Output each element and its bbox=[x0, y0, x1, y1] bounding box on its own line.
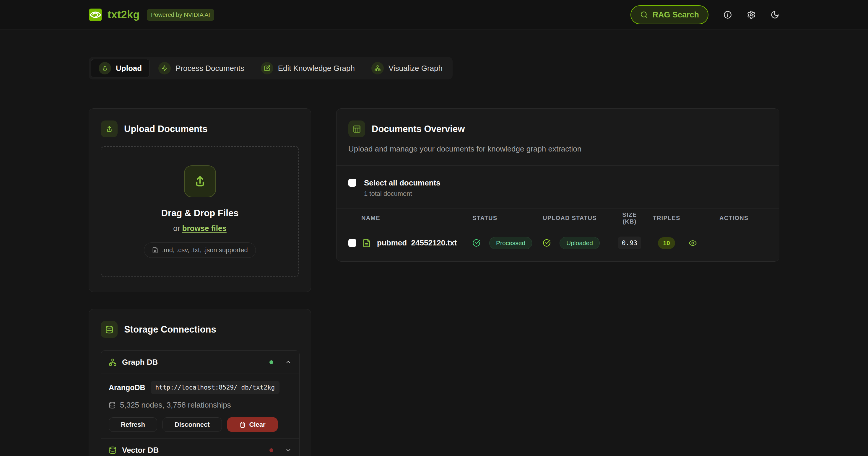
storage-card-title: Storage Connections bbox=[124, 324, 216, 335]
edit-pen-icon bbox=[261, 62, 273, 74]
table-row: pubmed_24552120.txt Processed Uploaded 0… bbox=[337, 228, 779, 258]
column-size-kb: SIZE (KB) bbox=[615, 211, 644, 225]
tab-edit-knowledge-graph-label: Edit Knowledge Graph bbox=[278, 64, 355, 73]
total-documents-count: 1 total document bbox=[364, 190, 440, 198]
status-badge: Processed bbox=[489, 237, 532, 249]
tab-visualize-graph[interactable]: Visualize Graph bbox=[363, 59, 451, 77]
select-all-label: Select all documents bbox=[364, 179, 440, 188]
row-checkbox[interactable] bbox=[348, 239, 356, 247]
search-icon bbox=[640, 11, 648, 19]
column-upload-status: UPLOAD STATUS bbox=[543, 215, 615, 222]
column-actions: ACTIONS bbox=[689, 215, 767, 222]
dropzone-title: Drag & Drop Files bbox=[161, 208, 239, 219]
triples-count-badge: 10 bbox=[658, 237, 675, 249]
disconnect-label: Disconnect bbox=[175, 421, 210, 428]
documents-card-subtitle: Upload and manage your documents for kno… bbox=[348, 144, 767, 165]
column-name: NAME bbox=[348, 215, 472, 222]
graph-db-section-toggle[interactable]: Graph DB bbox=[101, 351, 299, 373]
disconnected-status-dot bbox=[270, 448, 273, 452]
disconnect-button[interactable]: Disconnect bbox=[162, 417, 222, 432]
select-all-checkbox[interactable] bbox=[348, 179, 356, 187]
zap-icon bbox=[158, 62, 171, 74]
graph-network-icon bbox=[109, 358, 117, 366]
database-icon bbox=[109, 446, 117, 454]
rag-search-button[interactable]: RAG Search bbox=[630, 5, 709, 24]
upload-card-title: Upload Documents bbox=[124, 124, 208, 134]
refresh-button[interactable]: Refresh bbox=[109, 417, 157, 432]
tab-upload[interactable]: Upload bbox=[91, 59, 150, 77]
clear-label: Clear bbox=[249, 421, 266, 428]
size-kb-value: 0.93 bbox=[618, 236, 642, 249]
circle-check-icon bbox=[472, 239, 480, 247]
main-tabs: Upload Process Documents Edit Knowledge … bbox=[89, 57, 453, 79]
vector-db-section-toggle[interactable]: Vector DB bbox=[101, 438, 299, 456]
graph-db-stats: 5,325 nodes, 3,758 relationships bbox=[120, 400, 231, 410]
table-icon bbox=[348, 121, 365, 137]
info-icon[interactable] bbox=[723, 10, 732, 19]
document-name: pubmed_24552120.txt bbox=[377, 238, 457, 248]
rag-search-label: RAG Search bbox=[652, 10, 699, 20]
top-bar: txt2kg Powered by NVIDIA AI RAG Search bbox=[0, 0, 868, 30]
supported-formats-pill: .md, .csv, .txt, .json supported bbox=[144, 242, 256, 258]
refresh-label: Refresh bbox=[121, 421, 145, 428]
app-root: txt2kg Powered by NVIDIA AI RAG Search bbox=[0, 0, 868, 456]
vector-db-label: Vector DB bbox=[122, 446, 270, 455]
graph-db-label: Graph DB bbox=[122, 358, 270, 367]
tab-edit-knowledge-graph[interactable]: Edit Knowledge Graph bbox=[253, 59, 363, 77]
clear-button[interactable]: Clear bbox=[227, 417, 278, 432]
nvidia-logo-icon bbox=[89, 8, 102, 22]
column-triples: TRIPLES bbox=[644, 215, 689, 222]
tab-upload-label: Upload bbox=[116, 64, 142, 73]
logo-group: txt2kg Powered by NVIDIA AI bbox=[89, 8, 214, 22]
select-all-row: Select all documents 1 total document bbox=[337, 166, 779, 208]
file-text-icon bbox=[362, 239, 371, 248]
upload-documents-card: Upload Documents Drag & Drop Files or br… bbox=[89, 108, 311, 292]
graph-network-icon bbox=[371, 62, 384, 74]
connected-status-dot bbox=[270, 360, 273, 364]
upload-icon bbox=[99, 62, 111, 74]
or-text: or bbox=[173, 224, 182, 233]
database-icon bbox=[101, 321, 118, 338]
browse-files-link[interactable]: browse files bbox=[182, 224, 226, 233]
settings-gear-icon[interactable] bbox=[747, 10, 756, 19]
graph-db-provider: ArangoDB bbox=[109, 383, 145, 392]
storage-panel: Graph DB ArangoDB http://localhost:8529/… bbox=[101, 350, 300, 456]
upload-icon bbox=[184, 165, 216, 197]
documents-card-title: Documents Overview bbox=[372, 124, 465, 134]
database-icon bbox=[109, 402, 116, 409]
chevron-down-icon bbox=[285, 447, 291, 453]
tab-process-documents[interactable]: Process Documents bbox=[150, 59, 252, 77]
graph-db-connection-url: http://localhost:8529/_db/txt2kg bbox=[151, 381, 280, 394]
documents-overview-card: Documents Overview Upload and manage you… bbox=[336, 108, 779, 262]
trash-icon bbox=[239, 421, 246, 428]
circle-check-icon bbox=[543, 239, 551, 247]
storage-connections-card: Storage Connections Graph DB ArangoDB ht… bbox=[89, 309, 311, 456]
upload-icon bbox=[101, 121, 118, 137]
file-icon bbox=[152, 247, 158, 253]
powered-badge: Powered by NVIDIA AI bbox=[147, 9, 214, 21]
top-bar-actions: RAG Search bbox=[630, 5, 779, 24]
upload-status-badge: Uploaded bbox=[560, 237, 600, 249]
tab-process-documents-label: Process Documents bbox=[176, 64, 244, 73]
supported-formats-label: .md, .csv, .txt, .json supported bbox=[162, 246, 248, 254]
file-dropzone[interactable]: Drag & Drop Files or browse files .md, .… bbox=[101, 146, 299, 277]
column-status: STATUS bbox=[472, 215, 543, 222]
dropzone-subtitle: or browse files bbox=[173, 224, 226, 233]
dark-mode-moon-icon[interactable] bbox=[771, 10, 779, 19]
table-header: NAME STATUS UPLOAD STATUS SIZE (KB) TRIP… bbox=[337, 208, 779, 228]
app-title: txt2kg bbox=[107, 8, 140, 21]
chevron-up-icon bbox=[285, 359, 291, 365]
view-document-eye-icon[interactable] bbox=[689, 239, 697, 247]
tab-visualize-graph-label: Visualize Graph bbox=[389, 64, 442, 73]
